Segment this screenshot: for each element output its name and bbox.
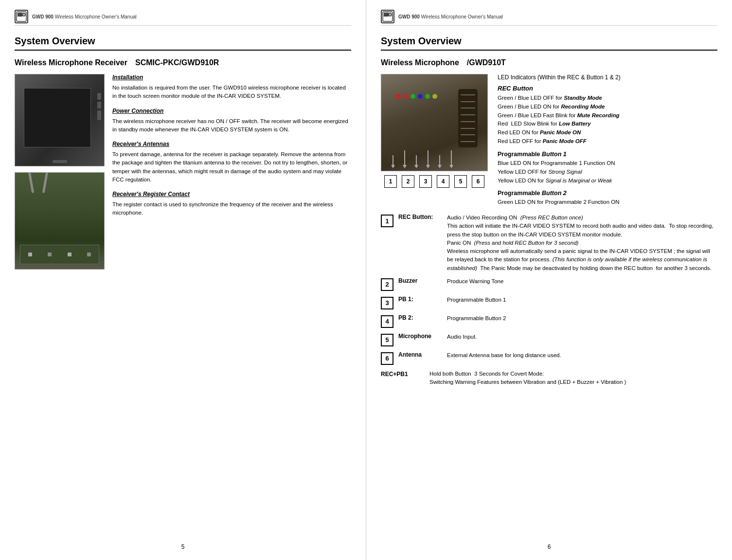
register-contact-heading: Receiver's Register Contact (112, 191, 351, 198)
button-5-desc: Audio Input. (447, 333, 717, 341)
button-4-num: 4 (381, 315, 393, 328)
antennas-text: To prevent damage, antenna for the recei… (112, 150, 351, 184)
left-subtitle: Wireless Microphone Owner's Manual (55, 14, 137, 19)
power-text: The wireless microphone receiver has no … (112, 117, 351, 134)
monitor-image (15, 74, 105, 166)
led-yellow-1 (432, 94, 437, 99)
num-box-3: 3 (419, 175, 432, 188)
button-4-label: PB 2: (398, 314, 442, 321)
left-section-title: System Overview (15, 36, 351, 51)
button-1-row: 1 REC Button: Audio / Video Recording ON… (381, 214, 717, 272)
prog-btn2-title: Programmable Button 2 (498, 190, 717, 197)
numbered-row: 1 2 3 4 5 6 (384, 175, 484, 188)
led-indicators-title: LED Indicators (Within the REC & Button … (498, 74, 717, 81)
led-dots (396, 94, 437, 99)
button-2-row: 2 Buzzer Produce Warning Tone (381, 277, 717, 291)
button-details: 1 REC Button: Audio / Video Recording ON… (381, 214, 717, 365)
led-red-1 (396, 94, 401, 99)
led-blue-1 (418, 94, 423, 99)
button-3-desc: Programmable Button 1 (447, 296, 717, 304)
right-product-name: Wireless Microphone (381, 58, 459, 67)
left-text-col: Installation No installation is required… (112, 74, 351, 270)
right-header: GWD 900 Wireless Microphone Owner's Manu… (381, 10, 717, 26)
left-brand: GWD 900 (32, 14, 54, 19)
indicators-col: LED Indicators (Within the REC & Button … (498, 74, 717, 207)
button-3-label: PB 1: (398, 296, 442, 303)
right-subtitle: Wireless Microphone Owner's Manual (421, 14, 503, 19)
svg-rect-1 (18, 13, 22, 17)
right-page-number: 6 (548, 543, 551, 550)
installation-text: No installation is required from the use… (112, 84, 351, 101)
button-2-label: Buzzer (398, 277, 442, 284)
num-box-2: 2 (402, 175, 414, 188)
left-product-model: SCMIC-PKC/GWD910R (135, 58, 219, 67)
num-box-6: 6 (472, 175, 484, 188)
num-box-5: 5 (454, 175, 467, 188)
button-1-label: REC Button: (398, 214, 442, 220)
led-green-1 (411, 94, 415, 99)
recpb1-label: REC+PB1 (381, 370, 425, 378)
recpb1-row: REC+PB1 Hold both Button 3 Seconds for C… (381, 370, 717, 387)
button-6-label: Antenna (398, 351, 442, 358)
left-page-number: 5 (181, 543, 185, 550)
button-1-desc: Audio / Video Recording ON (Press REC Bu… (447, 214, 717, 272)
right-product-line: Wireless Microphone /GWD910T (381, 58, 717, 67)
left-product-name: Wireless Microphone Receiver (15, 58, 127, 67)
right-page: GWD 900 Wireless Microphone Owner's Manu… (366, 0, 732, 560)
button-5-row: 5 Microphone Audio Input. (381, 333, 717, 346)
button-6-desc: External Antenna base for long distance … (447, 351, 717, 360)
installation-heading: Installation (112, 74, 351, 81)
receiver-image (15, 172, 105, 270)
left-images-col (15, 74, 105, 270)
button-4-row: 4 PB 2: Programmable Button 2 (381, 314, 717, 328)
left-content-area: Installation No installation is required… (15, 74, 351, 270)
button-5-num: 5 (381, 334, 393, 346)
left-page: GWD 900 Wireless Microphone Owner's Manu… (0, 0, 366, 560)
button-3-row: 3 PB 1: Programmable Button 1 (381, 296, 717, 309)
button-2-num: 2 (381, 278, 393, 291)
right-section-title: System Overview (381, 36, 717, 51)
svg-rect-5 (384, 13, 389, 17)
recpb1-desc: Hold both Button 3 Seconds for Covert Mo… (429, 370, 626, 387)
power-heading: Power Connection (112, 108, 351, 114)
left-product-line: Wireless Microphone Receiver SCMIC-PKC/G… (15, 58, 351, 67)
left-header-icon (15, 10, 28, 23)
mic-device-image (381, 74, 488, 171)
prog-btn2-lines: Green LED ON for Programmable 2 Function… (498, 198, 717, 207)
led-green-2 (425, 94, 430, 99)
right-brand: GWD 900 (398, 14, 420, 19)
button-5-label: Microphone (398, 333, 442, 340)
right-header-icon (381, 10, 394, 23)
num-box-4: 4 (437, 175, 449, 188)
button-3-num: 3 (381, 297, 393, 309)
rec-button-title: REC Button (498, 85, 717, 92)
mic-image-area: 1 2 3 4 5 6 (381, 74, 488, 207)
right-header-text: GWD 900 Wireless Microphone Owner's Manu… (398, 14, 503, 19)
left-header: GWD 900 Wireless Microphone Owner's Manu… (15, 10, 351, 26)
button-6-row: 6 Antenna External Antenna base for long… (381, 351, 717, 365)
button-4-desc: Programmable Button 2 (447, 314, 717, 323)
prog-btn1-title: Programmable Button 1 (498, 151, 717, 158)
rec-button-lines: Green / Blue LED OFF for Standby Mode Gr… (498, 94, 717, 146)
button-1-num: 1 (381, 215, 393, 227)
prog-btn1-lines: Blue LED ON for Programmable 1 Function … (498, 159, 717, 185)
antennas-heading: Receiver's Antennas (112, 141, 351, 147)
button-2-desc: Produce Warning Tone (447, 277, 717, 286)
register-contact-text: The register contact is used to synchron… (112, 200, 351, 217)
led-red-2 (403, 94, 408, 99)
left-header-text: GWD 900 Wireless Microphone Owner's Manu… (32, 14, 137, 19)
right-top-area: 1 2 3 4 5 6 LED Indicators (Within the R… (381, 74, 717, 207)
num-box-1: 1 (384, 175, 397, 188)
right-product-model: /GWD910T (467, 58, 506, 67)
button-6-num: 6 (381, 352, 393, 365)
